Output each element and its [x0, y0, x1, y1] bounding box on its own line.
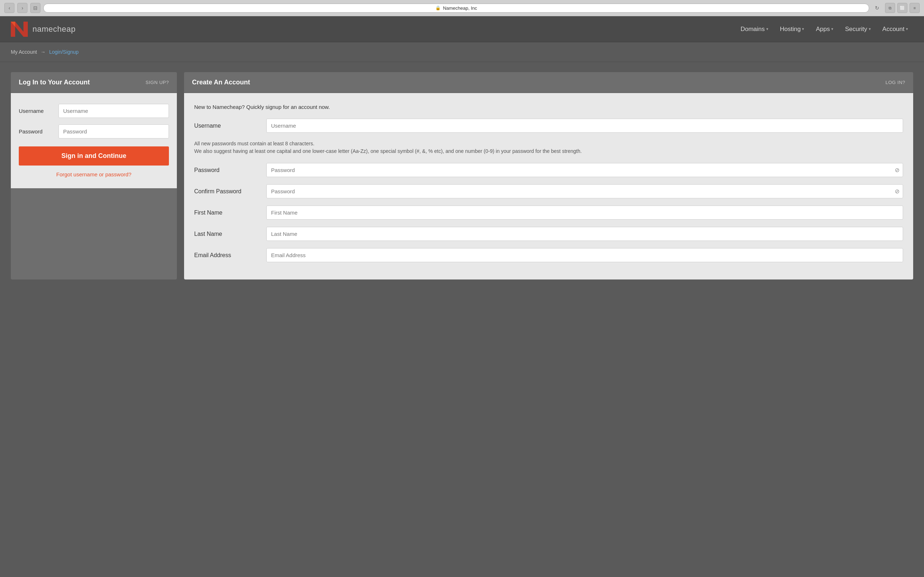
create-panel-header: Create An Account LOG IN?: [184, 72, 913, 93]
forward-icon: ›: [22, 5, 23, 11]
nav-item-hosting[interactable]: Hosting ▾: [775, 23, 809, 36]
extensions-button[interactable]: ⧉: [885, 3, 895, 13]
nav-account-label: Account: [882, 26, 905, 33]
nav-account-arrow: ▾: [906, 27, 908, 31]
login-panel-body: Username Password Sign in and Continue F…: [11, 93, 177, 188]
nav-hosting-arrow: ▾: [802, 27, 804, 31]
reload-button[interactable]: ↻: [872, 3, 882, 13]
sidebar-icon: ⊟: [33, 5, 37, 11]
browser-chrome: ‹ › ⊟ 🔒 Namecheap, Inc ↻ ⧉ ⬜ ≡: [0, 0, 924, 16]
password-label: Password: [19, 128, 58, 134]
signup-email-row: Email Address: [194, 248, 903, 262]
namecheap-logo-icon: [11, 22, 29, 37]
signup-firstname-label: First Name: [194, 210, 267, 216]
signup-confirm-input[interactable]: [267, 184, 903, 198]
breadcrumb-separator: →: [40, 49, 45, 55]
signup-username-label: Username: [194, 122, 267, 129]
nav-item-domains[interactable]: Domains ▾: [736, 23, 774, 36]
create-description: New to Namecheap? Quickly signup for an …: [194, 103, 903, 111]
login-panel-header: Log In to Your Account SIGN UP?: [11, 72, 177, 93]
signup-username-row: Username: [194, 119, 903, 133]
nav-security-arrow: ▾: [869, 27, 871, 31]
breadcrumb-bar: My Account → Login/Signup: [0, 42, 924, 62]
create-panel-body: New to Namecheap? Quickly signup for an …: [184, 93, 913, 279]
login-panel: Log In to Your Account SIGN UP? Username…: [11, 72, 177, 279]
signup-password-row: Password ⊘: [194, 163, 903, 177]
nav-domains-arrow: ▾: [766, 27, 769, 31]
forward-button[interactable]: ›: [17, 3, 27, 13]
nav-item-account[interactable]: Account ▾: [877, 23, 913, 36]
password-hint: All new passwords must contain at least …: [194, 140, 903, 155]
signup-firstname-input[interactable]: [267, 206, 903, 220]
fullscreen-button[interactable]: ⬜: [897, 3, 908, 13]
signup-lastname-label: Last Name: [194, 231, 267, 237]
password-eye-icon[interactable]: ⊘: [895, 167, 900, 174]
confirm-eye-icon[interactable]: ⊘: [895, 188, 900, 195]
signup-email-input[interactable]: [267, 248, 903, 262]
logo-area: namecheap: [11, 22, 76, 37]
menu-button[interactable]: ≡: [909, 3, 920, 13]
signup-password-wrapper: ⊘: [267, 163, 903, 177]
back-button[interactable]: ‹: [4, 3, 15, 13]
signup-password-label: Password: [194, 167, 267, 174]
create-account-panel: Create An Account LOG IN? New to Nameche…: [184, 72, 913, 279]
signup-username-input[interactable]: [267, 119, 903, 133]
nav-apps-arrow: ▾: [831, 27, 834, 31]
browser-right-controls: ⧉ ⬜ ≡: [885, 3, 920, 13]
sidebar-button[interactable]: ⊟: [30, 3, 40, 13]
nav-apps-label: Apps: [816, 26, 830, 33]
signup-link[interactable]: SIGN UP?: [145, 80, 169, 85]
address-text: Namecheap, Inc: [443, 5, 477, 11]
password-input[interactable]: [58, 124, 169, 139]
signup-confirm-wrapper: ⊘: [267, 184, 903, 198]
signup-confirm-row: Confirm Password ⊘: [194, 184, 903, 198]
main-content: Log In to Your Account SIGN UP? Username…: [0, 62, 924, 290]
back-icon: ‹: [9, 5, 10, 11]
login-link[interactable]: LOG IN?: [885, 80, 905, 85]
lock-icon: 🔒: [435, 5, 441, 10]
address-bar[interactable]: 🔒 Namecheap, Inc: [43, 3, 869, 13]
nav-menu: Domains ▾ Hosting ▾ Apps ▾ Security ▾ Ac…: [736, 23, 913, 36]
username-row: Username: [19, 104, 169, 118]
breadcrumb-current: Login/Signup: [49, 49, 79, 55]
nav-item-apps[interactable]: Apps ▾: [811, 23, 838, 36]
signup-email-label: Email Address: [194, 252, 267, 259]
signup-password-input[interactable]: [267, 163, 903, 177]
nav-domains-label: Domains: [741, 26, 765, 33]
password-row: Password: [19, 124, 169, 139]
username-input[interactable]: [58, 104, 169, 118]
breadcrumb: My Account → Login/Signup: [11, 49, 79, 55]
forgot-password-link[interactable]: Forgot username or password?: [19, 171, 169, 177]
navbar: namecheap Domains ▾ Hosting ▾ Apps ▾ Sec…: [0, 16, 924, 42]
signup-confirm-label: Confirm Password: [194, 188, 267, 195]
signup-lastname-row: Last Name: [194, 227, 903, 241]
signin-button[interactable]: Sign in and Continue: [19, 147, 169, 166]
username-label: Username: [19, 108, 58, 114]
login-panel-title: Log In to Your Account: [19, 79, 90, 86]
create-panel-title: Create An Account: [192, 79, 250, 86]
reload-icon: ↻: [875, 5, 879, 11]
signup-firstname-row: First Name: [194, 206, 903, 220]
nav-item-security[interactable]: Security ▾: [840, 23, 876, 36]
breadcrumb-root[interactable]: My Account: [11, 49, 37, 55]
logo-text: namecheap: [32, 24, 76, 34]
signup-lastname-input[interactable]: [267, 227, 903, 241]
nav-security-label: Security: [845, 26, 867, 33]
nav-hosting-label: Hosting: [780, 26, 801, 33]
